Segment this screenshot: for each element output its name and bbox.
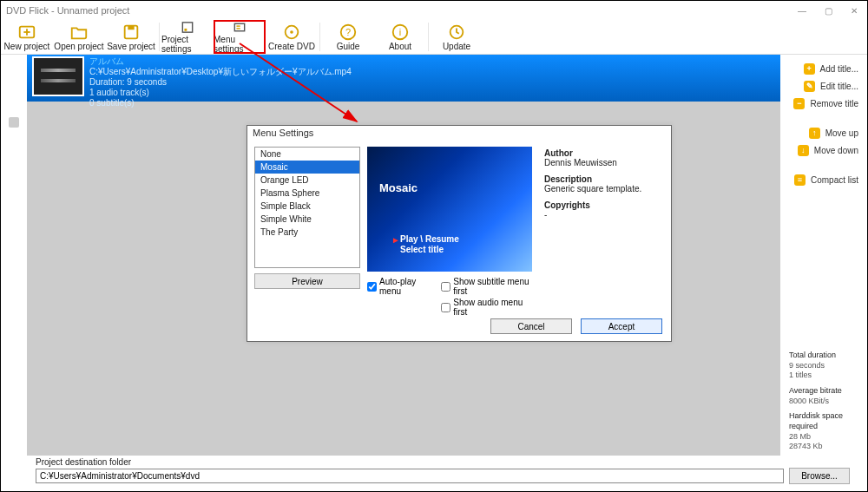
toolbar-label: New project <box>4 42 50 51</box>
menu-settings-icon <box>230 20 249 35</box>
stat-value: 9 seconds <box>789 361 858 371</box>
preview-button[interactable]: Preview <box>254 273 360 289</box>
new-project-icon <box>17 23 36 42</box>
theme-item[interactable]: Orange LED <box>255 174 359 187</box>
cancel-button[interactable]: Cancel <box>490 318 572 334</box>
show-subtitle-checkbox[interactable]: Show subtitle menu first <box>441 277 532 296</box>
stat-label: Average bitrate <box>789 386 858 397</box>
meta-value: Dennis Meuwissen <box>544 158 664 167</box>
stat-label: Total duration <box>789 351 858 361</box>
checkbox-label: Show subtitle menu first <box>453 277 532 296</box>
title-subs: 0 subtitle(s) <box>89 98 352 108</box>
menu-settings-dialog: Menu Settings NoneMosaicOrange LEDPlasma… <box>247 125 672 342</box>
project-settings-icon <box>178 20 197 35</box>
meta-label: Description <box>544 174 664 184</box>
side-label: Move up <box>825 128 858 138</box>
close-icon[interactable]: ✕ <box>841 1 867 20</box>
stat-value: 28743 Kb <box>789 442 858 452</box>
toolbar-label: About <box>389 42 411 51</box>
stat-label: Harddisk space required <box>789 411 858 431</box>
dialog-title: Menu Settings <box>247 126 671 141</box>
autoplay-checkbox[interactable]: Auto-play menu <box>367 277 431 296</box>
title-list-item[interactable]: アルバム C:¥Users¥Administrator¥Desktop¥新しいフ… <box>27 55 780 102</box>
project-settings-button[interactable]: Project settings <box>161 20 214 54</box>
remove-title-button[interactable]: −Remove title <box>793 95 858 112</box>
compact-list-button[interactable]: ≡Compact list <box>794 171 858 188</box>
svg-rect-8 <box>236 25 240 26</box>
destination-input[interactable] <box>36 469 784 483</box>
menu-settings-button[interactable]: Menu settings <box>214 20 266 54</box>
window-titlebar: DVD Flick - Unnamed project — ▢ ✕ <box>1 1 867 20</box>
open-project-icon <box>69 23 89 42</box>
toolbar-label: Save project <box>107 42 155 51</box>
title-audio: 1 audio track(s) <box>89 88 352 98</box>
window-title: DVD Flick - Unnamed project <box>6 5 129 16</box>
list-icon: ≡ <box>794 174 806 186</box>
theme-meta: Author Dennis Meuwissen Description Gene… <box>539 147 664 317</box>
title-path: C:¥Users¥Administrator¥Desktop¥新しいフォルダー¥… <box>89 67 352 77</box>
stat-value: 8000 KBit/s <box>789 397 858 407</box>
move-up-button[interactable]: ↑Move up <box>809 124 858 141</box>
move-down-button[interactable]: ↓Move down <box>798 141 858 159</box>
left-gutter <box>1 55 27 456</box>
meta-label: Copyrights <box>544 200 664 210</box>
destination-row: Project destination folder Browse... <box>36 457 850 484</box>
arrow-up-icon: ↑ <box>809 128 820 139</box>
update-icon <box>447 23 466 42</box>
svg-rect-9 <box>236 28 240 29</box>
minus-icon: − <box>793 98 805 109</box>
side-label: Add title... <box>820 64 858 74</box>
theme-list[interactable]: NoneMosaicOrange LEDPlasma SphereSimple … <box>254 147 360 268</box>
edit-icon: ✎ <box>804 81 815 92</box>
minimize-icon[interactable]: — <box>789 1 815 20</box>
side-label: Remove title <box>810 99 858 108</box>
create-dvd-icon <box>282 23 301 42</box>
title-duration: Duration: 9 seconds <box>89 77 352 88</box>
create-dvd-button[interactable]: Create DVD <box>266 20 318 54</box>
stat-value: 28 Mb <box>789 432 858 443</box>
open-project-button[interactable]: Open project <box>53 20 105 54</box>
checkbox-label: Auto-play menu <box>379 277 431 296</box>
theme-item[interactable]: Mosaic <box>255 161 359 174</box>
main-toolbar: New project Open project Save project Pr… <box>1 20 867 55</box>
theme-item[interactable]: Simple White <box>255 213 359 226</box>
destination-label: Project destination folder <box>36 457 850 467</box>
preview-select: Select title <box>400 245 444 254</box>
toolbar-label: Create DVD <box>268 42 315 51</box>
toolbar-label: Open project <box>54 42 103 51</box>
theme-item[interactable]: The Party <box>255 226 359 239</box>
side-label: Edit title... <box>820 82 858 91</box>
theme-item[interactable]: None <box>255 148 359 161</box>
edit-title-button[interactable]: ✎Edit title... <box>804 77 858 95</box>
show-audio-checkbox[interactable]: Show audio menu first <box>441 298 532 317</box>
stat-value: 1 titles <box>789 371 858 381</box>
new-project-button[interactable]: New project <box>1 20 53 54</box>
arrow-down-icon: ↓ <box>798 145 809 156</box>
theme-item[interactable]: Simple Black <box>255 200 359 213</box>
side-label: Compact list <box>811 175 858 185</box>
svg-rect-7 <box>234 23 244 31</box>
project-stats: Total duration 9 seconds 1 titles Averag… <box>789 345 858 452</box>
bullet-icon: ► <box>391 235 400 245</box>
preview-play: Play \ Resume <box>400 234 459 244</box>
gutter-handle[interactable] <box>9 117 19 128</box>
maximize-icon[interactable]: ▢ <box>815 1 841 20</box>
browse-button[interactable]: Browse... <box>789 468 850 484</box>
plus-icon: + <box>804 63 815 75</box>
save-project-button[interactable]: Save project <box>105 20 157 54</box>
preview-title: Mosaic <box>379 181 418 194</box>
theme-item[interactable]: Plasma Sphere <box>255 187 359 200</box>
svg-rect-5 <box>182 23 192 32</box>
side-panel: +Add title... ✎Edit title... −Remove tit… <box>780 55 867 456</box>
accept-button[interactable]: Accept <box>581 318 662 334</box>
add-title-button[interactable]: +Add title... <box>804 60 858 77</box>
guide-button[interactable]: ? Guide <box>322 20 374 54</box>
theme-preview: Mosaic ► Play \ Resume Select title <box>367 147 532 272</box>
about-icon: i <box>391 23 410 42</box>
meta-label: Author <box>544 148 664 158</box>
svg-text:?: ? <box>345 27 351 37</box>
svg-rect-6 <box>184 29 187 31</box>
update-button[interactable]: Update <box>431 20 483 54</box>
toolbar-label: Project settings <box>161 35 214 54</box>
about-button[interactable]: i About <box>374 20 426 54</box>
